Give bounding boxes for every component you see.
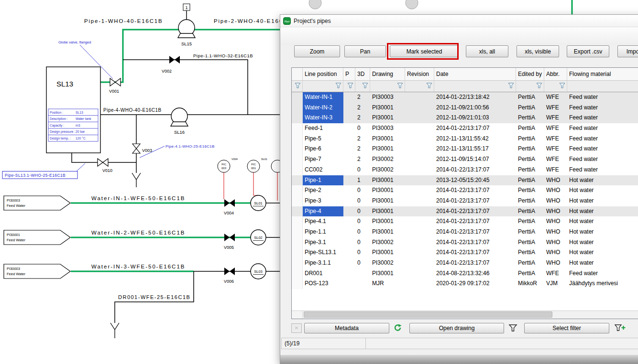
row-selector[interactable] [292, 237, 303, 248]
row-selector[interactable] [292, 123, 303, 134]
cell-drw[interactable]: PI30001 [370, 144, 405, 154]
cell-by[interactable]: MikkoR [516, 278, 544, 289]
table-row-pipe-3[interactable]: Pipe-30PI300012014-01-22/13:17:07PerttiA… [292, 196, 638, 206]
cell-pos[interactable]: Water-IN-1 [303, 92, 343, 103]
cell-pos[interactable]: Pipe-6 [303, 144, 343, 154]
row-selector[interactable] [292, 103, 303, 113]
column-header-p[interactable]: P [343, 68, 355, 81]
column-header-drawing[interactable]: Drawing [370, 68, 405, 81]
filter-funnel-icon[interactable] [397, 83, 403, 90]
cell-by[interactable]: PerttiA [516, 206, 544, 217]
cell-mat[interactable]: Feed water [567, 144, 638, 154]
cell-rev[interactable] [405, 134, 434, 144]
instruments[interactable] [218, 160, 284, 172]
cell-date[interactable]: 2014-01-22/13:17:07 [434, 123, 516, 134]
cell-p[interactable] [343, 123, 355, 134]
row-selector[interactable] [292, 185, 303, 196]
cell-rev[interactable] [405, 247, 434, 258]
cell-by[interactable]: PerttiA [516, 134, 544, 144]
cell-abbr[interactable]: WHO [544, 206, 567, 217]
cell-p[interactable] [343, 185, 355, 196]
cell-pos[interactable]: Pipe-7 [303, 154, 343, 165]
cell-p[interactable] [343, 144, 355, 154]
cell-pos[interactable]: Pipe-4.1 [303, 216, 343, 227]
row-selector[interactable] [292, 113, 303, 123]
toolbar-button-export-csv[interactable]: Export .csv [567, 45, 609, 57]
cell-mat[interactable]: Hot water [567, 185, 638, 196]
cell-by[interactable]: PerttiA [516, 185, 544, 196]
column-header-line-position[interactable]: Line position [303, 68, 343, 81]
cell-abbr[interactable]: WHO [544, 258, 567, 268]
table-row-water-in-3[interactable]: Water-IN-32PI300012012-11-09/21:01:03Per… [292, 113, 638, 123]
cell-date[interactable]: 2012-11-09/21:00:56 [434, 103, 516, 113]
cell-td[interactable]: 2 [355, 144, 370, 154]
select-filter-button[interactable]: Select filter [524, 323, 609, 333]
cell-by[interactable]: PerttiA [516, 247, 544, 258]
cell-date[interactable]: 2014-01-22/13:17:07 [434, 196, 516, 206]
cell-drw[interactable]: PI30001 [370, 206, 405, 217]
table-row-pipe-5[interactable]: Pipe-52PI300012012-11-13/11:55:42PerttiA… [292, 134, 638, 144]
cell-date[interactable]: 2020-01-29 09:17:02 [434, 278, 516, 289]
cell-date[interactable]: 2014-01-22/13:17:07 [434, 227, 516, 237]
cell-rev[interactable] [405, 268, 434, 279]
cell-drw[interactable]: PI30002 [370, 165, 405, 175]
cell-date[interactable]: 2012-11-09/15:14:07 [434, 154, 516, 165]
column-header-edited-by[interactable]: Edited by [516, 68, 544, 81]
cell-abbr[interactable]: WHO [544, 227, 567, 237]
toolbar-button-import-csv[interactable]: Import .csv [617, 45, 638, 57]
table-row-pos-123[interactable]: POS-123MJR2020-01-29 09:17:02MikkoRVJMJä… [292, 278, 638, 289]
cell-abbr[interactable]: WHO [544, 196, 567, 206]
cell-mat[interactable]: Feed water [567, 154, 638, 165]
cell-abbr[interactable]: WFE [544, 134, 567, 144]
cell-drw[interactable]: PI30002 [370, 154, 405, 165]
cell-date[interactable]: 2012-11-13/11:55:42 [434, 134, 516, 144]
column-header-3d[interactable]: 3D [355, 68, 370, 81]
cell-drw[interactable]: PI30001 [370, 134, 405, 144]
cell-by[interactable]: PerttiA [516, 175, 544, 186]
cell-p[interactable] [343, 103, 355, 113]
table-row-water-in-1[interactable]: Water-IN-12PI300032014-01-22/13:18:42Per… [292, 92, 638, 103]
cell-abbr[interactable]: WFE [544, 103, 567, 113]
cell-rev[interactable] [405, 92, 434, 103]
toolbar-button-pan[interactable]: Pan [344, 45, 386, 57]
cell-by[interactable]: PerttiA [516, 268, 544, 279]
row-selector[interactable] [292, 247, 303, 258]
cell-pos[interactable]: Pipe-3 [303, 196, 343, 206]
cell-abbr[interactable]: WHO [544, 247, 567, 258]
row-selector[interactable] [292, 92, 303, 103]
cell-pos[interactable]: Feed-1 [303, 123, 343, 134]
cell-td[interactable]: 2 [355, 92, 370, 103]
cell-drw[interactable]: PI30001 [370, 103, 405, 113]
cell-abbr[interactable]: WFE [544, 123, 567, 134]
cell-abbr[interactable]: WHO [544, 175, 567, 186]
filter-funnel-icon[interactable] [362, 83, 368, 90]
row-selector[interactable] [292, 216, 303, 227]
cell-drw[interactable]: PI30001 [370, 196, 405, 206]
cell-p[interactable] [343, 175, 355, 186]
cell-td[interactable]: 0 [355, 258, 370, 268]
cell-abbr[interactable]: WFE [544, 92, 567, 103]
cell-rev[interactable] [405, 258, 434, 268]
cell-pos[interactable]: Pipe-5 [303, 134, 343, 144]
row-selector[interactable] [292, 165, 303, 175]
cell-drw[interactable]: PI30001 [370, 247, 405, 258]
cell-pos[interactable]: Pipe-1.1 [303, 227, 343, 237]
cell-drw[interactable]: PI30001 [370, 227, 405, 237]
cell-abbr[interactable]: WFE [544, 268, 567, 279]
cell-p[interactable] [343, 154, 355, 165]
cell-drw[interactable]: PI30001 [370, 175, 405, 186]
row-selector[interactable] [292, 134, 303, 144]
cell-date[interactable]: 2014-01-22/13:17:07 [434, 165, 516, 175]
cell-p[interactable] [343, 196, 355, 206]
table-row-pipe-3-1-1[interactable]: Pipe-3.1.10PI300022014-01-22/13:17:07Per… [292, 258, 638, 268]
cell-date[interactable]: 2013-12-05/15:20:45 [434, 175, 516, 186]
table-row-pipe-7[interactable]: Pipe-72PI300022012-11-09/15:14:07PerttiA… [292, 154, 638, 165]
cell-date[interactable]: 2014-01-22/13:17:07 [434, 206, 516, 217]
cell-mat[interactable]: Hot water [567, 227, 638, 237]
cell-rev[interactable] [405, 206, 434, 217]
cell-pos[interactable]: Water-IN-2 [303, 103, 343, 113]
table-row-pipe-1-1[interactable]: Pipe-1.10PI300012014-01-22/13:17:07Pertt… [292, 227, 638, 237]
table-row-pipe-6[interactable]: Pipe-62PI300012012-11-13/11:55:17PerttiA… [292, 144, 638, 154]
cell-p[interactable] [343, 216, 355, 227]
cell-abbr[interactable]: WFE [544, 154, 567, 165]
